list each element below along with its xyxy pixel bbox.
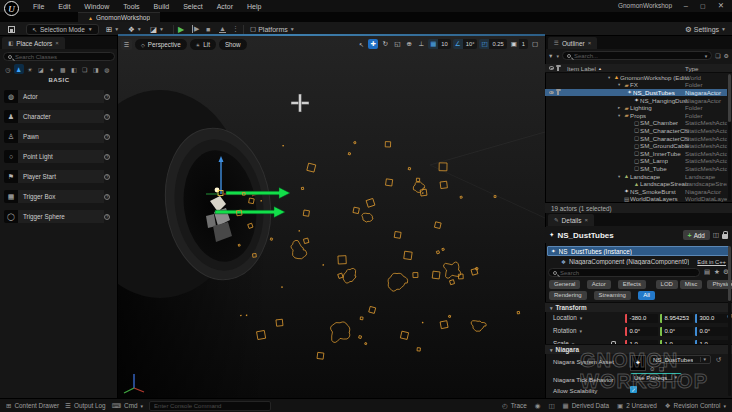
outliner-row-sm_chamber[interactable]: ▢SM_ChamberStaticMeshActor	[545, 119, 727, 127]
menu-build[interactable]: Build	[147, 3, 177, 10]
item-label-column[interactable]: Item Label	[567, 65, 596, 72]
blueprint-convert-icon[interactable]: ◫	[713, 231, 719, 239]
browse-to-asset-icon[interactable]: ❏	[659, 366, 664, 372]
outliner-row-sm_tube[interactable]: ▢SM_TubeStaticMeshActor	[545, 165, 727, 173]
info-icon[interactable]: ?	[104, 194, 110, 200]
basic-category-icon[interactable]: ♟	[14, 64, 24, 74]
place-actor-item-trigger-sphere[interactable]: ◯Trigger Sphere?	[4, 210, 114, 223]
trace-button[interactable]: ◴Trace	[502, 402, 527, 410]
scale-tool-icon[interactable]: ◱	[392, 39, 402, 49]
menu-edit[interactable]: Edit	[51, 3, 77, 10]
search-input[interactable]	[15, 54, 110, 60]
location-x-field[interactable]: -380.0	[625, 314, 658, 323]
place-actor-item-character[interactable]: ♟Character?	[4, 110, 114, 123]
rotation-snap-icon[interactable]: ∠	[453, 39, 463, 49]
tab-outliner[interactable]: ☰ Outliner ×	[548, 37, 597, 49]
project-tab[interactable]: ▲ GnomonWorkshop	[78, 12, 160, 22]
outliner-row-landscape[interactable]: ▾▲LandscapeLandscape	[545, 172, 727, 180]
outliner-row-sm_characterchunks2[interactable]: ▢SM_CharacterChunks2StaticMeshActor	[545, 134, 727, 142]
console-command-input[interactable]	[149, 401, 271, 411]
visibility-icon[interactable]	[549, 91, 554, 95]
details-search[interactable]	[548, 268, 700, 277]
view-mode-dropdown[interactable]: ☀Lit	[190, 39, 216, 50]
outliner-row-sm_characterchunks[interactable]: ▢SM_CharacterChunksStaticMeshActor	[545, 127, 727, 135]
component-row[interactable]: ✦NS_DustTubes (Instance)	[547, 246, 730, 256]
select-tool-icon[interactable]: ↖	[356, 39, 366, 49]
allow-scalability-checkbox[interactable]: ✓	[630, 386, 637, 393]
info-icon[interactable]: ?	[104, 154, 110, 160]
screenshot-icon[interactable]: ◫	[548, 402, 554, 410]
filter-tab-effects[interactable]: Effects	[618, 280, 646, 289]
outliner-search[interactable]: ▾	[562, 51, 712, 60]
system-asset-dropdown[interactable]: NS_DustTubes ▼	[649, 355, 711, 364]
outliner-row-sm_lamp[interactable]: ▢SM_LampStaticMeshActor	[545, 157, 727, 165]
outliner-row-lighting[interactable]: ▸▰LightingFolder	[545, 104, 727, 112]
unsaved-button[interactable]: ▣2 Unsaved	[617, 402, 657, 410]
details-scrollbar[interactable]	[728, 246, 731, 396]
tick-behavior-dropdown[interactable]: Use Prereqs ▼	[630, 373, 682, 382]
outliner-row-props[interactable]: ▾▰PropsFolder	[545, 112, 727, 120]
menu-actor[interactable]: Actor	[210, 3, 240, 10]
surface-snap-icon[interactable]: ⊥	[416, 39, 426, 49]
viewport-options-icon[interactable]: ☰	[121, 39, 132, 50]
close-icon[interactable]: ×	[584, 217, 588, 223]
content-drawer-button[interactable]: ⊞Content Drawer	[6, 402, 59, 410]
niagara-section-header[interactable]: ▾ Niagara	[545, 344, 732, 354]
save-button[interactable]	[8, 24, 15, 34]
outliner-settings-icon[interactable]: ⚙	[724, 52, 729, 59]
output-log-button[interactable]: ☰Output Log	[65, 402, 105, 410]
unreal-logo-icon[interactable]: U	[4, 1, 19, 16]
rotation-snap-value[interactable]: 10°	[463, 39, 478, 49]
misc-category-icon[interactable]: ◍	[102, 64, 112, 74]
scale-snap-value[interactable]: 0.25	[489, 39, 506, 49]
place-actor-item-pawn[interactable]: ♙Pawn?	[4, 130, 114, 143]
level-viewport[interactable]: ☰ ◇Perspective ☀Lit Show ↖ ✚ ↻ ◱ ⊕ ⊥ ▦ 1…	[118, 36, 545, 398]
menu-tools[interactable]: Tools	[116, 3, 146, 10]
outliner-row-ns_smokeburst[interactable]: ✦NS_SmokeBurstNiagaraActor	[545, 188, 727, 196]
outliner-row-sm_innertube[interactable]: ▢SM_InnerTubeStaticMeshActor	[545, 150, 727, 158]
blueprints-button[interactable]: ❖▼	[128, 24, 142, 34]
derived-data-button[interactable]: ▦Derived Data	[563, 402, 609, 410]
info-icon[interactable]: ?	[104, 174, 110, 180]
menu-window[interactable]: Window	[77, 3, 116, 10]
favorites-icon[interactable]: ★	[714, 268, 720, 276]
filter-tab-streaming[interactable]: Streaming	[594, 291, 631, 300]
outliner-search-input[interactable]	[574, 53, 702, 59]
place-actor-item-point-light[interactable]: ○Point Light?	[4, 150, 114, 163]
play-options-button[interactable]: ⋮	[232, 24, 239, 34]
close-button[interactable]: ✕	[718, 0, 724, 12]
place-actor-item-actor[interactable]: ◍Actor?	[4, 90, 114, 103]
chevron-down-icon[interactable]: ▾	[705, 53, 708, 59]
place-actor-item-trigger-box[interactable]: ▦Trigger Box?	[4, 190, 114, 203]
clipboard-icon[interactable]: ▤	[704, 268, 710, 276]
cinematics-button[interactable]: ◪▼	[150, 24, 164, 34]
cinematic-category-icon[interactable]: ◪	[36, 64, 46, 74]
outliner-scrollbar[interactable]	[728, 74, 731, 200]
rotation-y-field[interactable]: 0.0°	[660, 327, 693, 336]
outliner-row-ns_dusttubes[interactable]: ✦NS_DustTubesNiagaraActor	[545, 89, 727, 97]
edit-in-cpp-link[interactable]: Edit in C++	[697, 259, 726, 265]
tab-place-actors[interactable]: ◧ Place Actors ×	[2, 37, 65, 49]
selection-mode-dropdown[interactable]: ↖Selection Mode▼	[26, 24, 99, 34]
all-classes-category-icon[interactable]: ❏	[80, 64, 90, 74]
show-dropdown[interactable]: Show	[219, 39, 247, 50]
outliner-row-ns_hangingdust[interactable]: ✦NS_HangingDustNiagaraActor	[545, 96, 727, 104]
filter-tab-rendering[interactable]: Rendering	[549, 291, 587, 300]
add-component-button[interactable]: +Add	[683, 230, 710, 240]
place-actors-search[interactable]	[3, 52, 115, 61]
filter-tab-general[interactable]: General	[549, 280, 580, 289]
visual-effects-category-icon[interactable]: ✦	[47, 64, 57, 74]
info-icon[interactable]: ?	[104, 214, 110, 220]
recently-placed-category-icon[interactable]: ◷	[3, 64, 13, 74]
camera-speed-value[interactable]: 1	[519, 39, 528, 49]
grid-snap-icon[interactable]: ▦	[428, 39, 438, 49]
pin-column-icon[interactable]	[557, 66, 559, 71]
menu-help[interactable]: Help	[240, 3, 268, 10]
outliner-row-sm_groundcables[interactable]: ▢SM_GroundCablesStaticMeshActor	[545, 142, 727, 150]
frame-skip-button[interactable]: ▶	[192, 24, 199, 34]
outliner-row-landscapestreamingproxy_0_0_0[interactable]: ▲LandscapeStreamingProxy_0_0_0LandscapeS…	[545, 180, 727, 188]
transform-section-header[interactable]: ▾ Transform	[545, 302, 732, 312]
lock-icon[interactable]	[722, 234, 728, 239]
stop-button[interactable]: ■	[206, 24, 210, 34]
camera-mode-dropdown[interactable]: ◇Perspective	[135, 39, 187, 50]
